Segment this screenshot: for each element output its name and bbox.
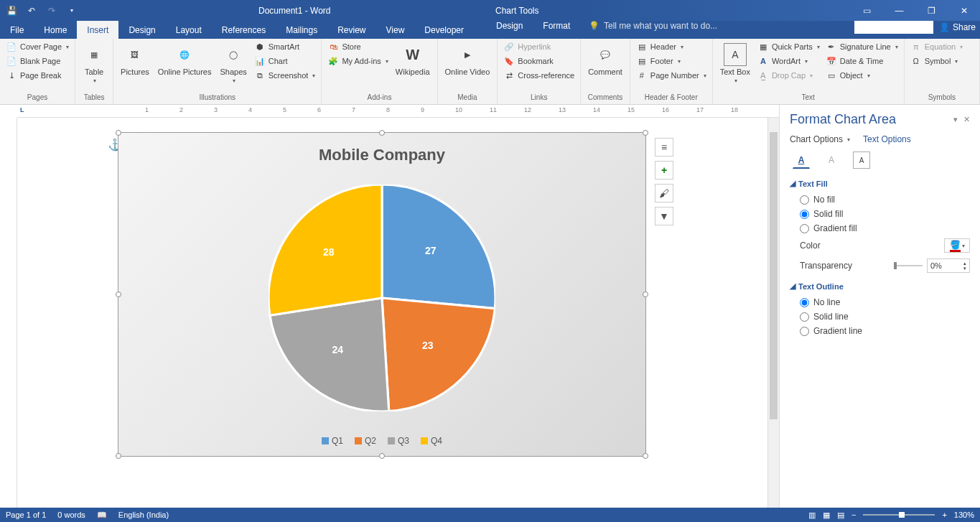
pane-close-icon[interactable]: ✕: [963, 115, 970, 124]
quick-parts-button[interactable]: ▦Quick Parts▾: [756, 40, 821, 53]
symbol-button[interactable]: ΩSymbol▾: [909, 55, 964, 67]
resize-handle-bl[interactable]: [116, 453, 121, 459]
share-button[interactable]: 👤 Share: [939, 22, 976, 32]
date-time-button[interactable]: 📅Date & Time: [824, 55, 900, 67]
color-picker-button[interactable]: 🪣▾: [944, 238, 970, 253]
read-mode-icon[interactable]: ▥: [808, 511, 816, 520]
transparency-slider[interactable]: [894, 265, 923, 266]
tab-chart-format[interactable]: Format: [533, 21, 580, 31]
online-video-button[interactable]: ▶Online Video: [442, 40, 493, 76]
blank-page-button[interactable]: 📄Blank Page: [4, 55, 70, 67]
chart-elements-button[interactable]: +: [655, 161, 673, 180]
undo-icon[interactable]: ↶: [26, 5, 37, 17]
tab-design[interactable]: Design: [118, 21, 165, 39]
spell-check-icon[interactable]: 📖: [97, 511, 107, 520]
wordart-button[interactable]: AWordArt▾: [756, 55, 821, 67]
resize-handle-tl[interactable]: [116, 130, 121, 136]
resize-handle-b[interactable]: [379, 453, 385, 459]
wikipedia-button[interactable]: WWikipedia: [393, 40, 433, 76]
ribbon-display-icon[interactable]: ▭: [851, 0, 883, 21]
pane-dropdown-icon[interactable]: ▾: [953, 115, 958, 124]
layout-options-button[interactable]: ≡: [655, 138, 673, 157]
tab-home[interactable]: Home: [34, 21, 77, 39]
gradient-fill-radio[interactable]: Gradient fill: [790, 221, 970, 236]
page-break-button[interactable]: ⤓Page Break: [4, 69, 70, 82]
gradient-line-radio[interactable]: Gradient line: [790, 324, 970, 338]
table-button[interactable]: ▦ Table▾: [80, 40, 108, 84]
drop-cap-button[interactable]: A̲Drop Cap▾: [756, 69, 821, 82]
equation-button[interactable]: πEquation▾: [909, 40, 964, 53]
textbox-icon[interactable]: A: [853, 152, 870, 169]
online-pictures-button[interactable]: 🌐Online Pictures: [155, 40, 215, 76]
zoom-level[interactable]: 130%: [954, 511, 974, 519]
zoom-slider[interactable]: [863, 514, 935, 516]
chart-options-dropdown[interactable]: Chart Options ▾: [790, 134, 850, 144]
tab-view[interactable]: View: [376, 21, 415, 39]
minimize-icon[interactable]: —: [883, 0, 915, 21]
vertical-ruler[interactable]: [0, 118, 17, 508]
resize-handle-t[interactable]: [379, 130, 385, 136]
store-button[interactable]: 🛍Store: [326, 40, 389, 53]
chart-object[interactable]: Mobile Company 27 23 24 28 Q1 Q2 Q3 Q4: [118, 132, 646, 457]
close-icon[interactable]: ✕: [948, 0, 980, 21]
restore-icon[interactable]: ❐: [915, 0, 948, 21]
footer-button[interactable]: ▤Footer▾: [635, 55, 708, 67]
resize-handle-l[interactable]: [116, 292, 121, 297]
resize-handle-br[interactable]: [643, 453, 648, 459]
text-box-button[interactable]: AText Box▾: [717, 40, 753, 84]
scrollbar-thumb[interactable]: [770, 132, 778, 419]
tab-layout[interactable]: Layout: [166, 21, 212, 39]
text-fill-outline-icon[interactable]: A: [793, 152, 810, 169]
tell-me-search[interactable]: 💡 Tell me what you want to do...: [589, 21, 717, 31]
screenshot-button[interactable]: ⧉Screenshot▾: [253, 69, 317, 82]
print-layout-icon[interactable]: ▦: [823, 511, 830, 520]
language-status[interactable]: English (India): [118, 511, 169, 519]
chart-button[interactable]: 📊Chart: [253, 55, 317, 67]
tab-insert[interactable]: Insert: [77, 21, 118, 39]
signature-line-button[interactable]: ✒Signature Line▾: [824, 40, 900, 53]
text-fill-section[interactable]: ◢ Text Fill: [790, 179, 970, 188]
hyperlink-button[interactable]: 🔗Hyperlink: [502, 40, 576, 53]
resize-handle-r[interactable]: [643, 292, 648, 297]
word-count[interactable]: 0 words: [57, 511, 85, 519]
text-effects-icon[interactable]: A: [823, 152, 840, 169]
tab-references[interactable]: References: [212, 21, 276, 39]
my-addins-button[interactable]: 🧩My Add-ins▾: [326, 55, 389, 67]
redo-icon[interactable]: ↷: [46, 5, 57, 17]
chart-filters-button[interactable]: ▼: [655, 207, 673, 225]
crossref-button[interactable]: ⇄Cross-reference: [502, 69, 576, 82]
transparency-input[interactable]: 0%▴▾: [927, 258, 970, 273]
solid-fill-radio[interactable]: Solid fill: [790, 207, 970, 221]
object-button[interactable]: ▭Object▾: [824, 69, 900, 82]
chart-title[interactable]: Mobile Company: [118, 133, 645, 164]
search-input[interactable]: [854, 21, 933, 34]
tab-chart-design[interactable]: Design: [486, 21, 533, 31]
page-number-button[interactable]: #Page Number▾: [635, 69, 708, 82]
qat-customize-icon[interactable]: ▾: [66, 5, 78, 17]
page-status[interactable]: Page 1 of 1: [6, 511, 46, 519]
chart-legend[interactable]: Q1 Q2 Q3 Q4: [118, 436, 645, 446]
smartart-button[interactable]: ⬢SmartArt: [253, 40, 317, 53]
save-icon[interactable]: 💾: [6, 5, 17, 17]
header-button[interactable]: ▤Header▾: [635, 40, 708, 53]
pictures-button[interactable]: 🖼Pictures: [118, 40, 152, 76]
shapes-button[interactable]: ◯Shapes▾: [217, 40, 249, 84]
zoom-in-icon[interactable]: +: [942, 511, 946, 519]
resize-handle-tr[interactable]: [643, 130, 648, 136]
zoom-out-icon[interactable]: −: [851, 511, 856, 519]
no-line-radio[interactable]: No line: [790, 295, 970, 309]
vertical-scrollbar[interactable]: [767, 118, 779, 508]
tab-mailings[interactable]: Mailings: [276, 21, 327, 39]
solid-line-radio[interactable]: Solid line: [790, 309, 970, 324]
no-fill-radio[interactable]: No fill: [790, 192, 970, 207]
web-layout-icon[interactable]: ▤: [837, 511, 844, 520]
chart-styles-button[interactable]: 🖌: [655, 184, 673, 202]
bookmark-button[interactable]: 🔖Bookmark: [502, 55, 576, 67]
cover-page-button[interactable]: 📄Cover Page▾: [4, 40, 70, 53]
pie-chart[interactable]: 27 23 24 28: [269, 185, 495, 411]
tab-file[interactable]: File: [0, 21, 34, 39]
text-options-link[interactable]: Text Options: [863, 134, 911, 144]
tab-review[interactable]: Review: [327, 21, 375, 39]
text-outline-section[interactable]: ◢ Text Outline: [790, 281, 970, 291]
tab-developer[interactable]: Developer: [414, 21, 474, 39]
